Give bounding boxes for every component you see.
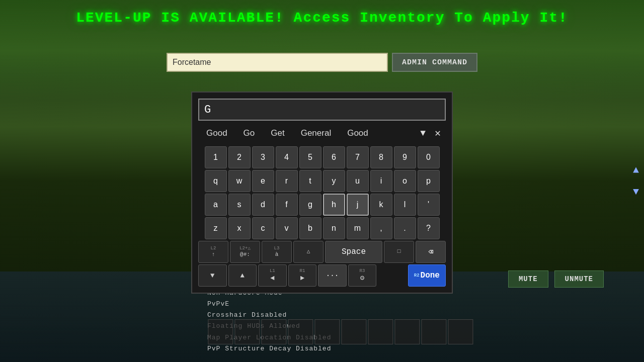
key-2[interactable]: 2 [228, 146, 251, 168]
right-nav: ▲ ▼ [633, 164, 639, 198]
zxcv-row: z x c v b n m , . ? [198, 217, 446, 239]
key-r3-gear[interactable]: R3 ⚙ [348, 264, 377, 287]
hotbar-slot-6[interactable] [341, 319, 366, 344]
nav-arrow-down[interactable]: ▼ [633, 186, 639, 198]
key-m[interactable]: m [347, 217, 369, 239]
square-symbol: □ [397, 248, 401, 255]
key-h[interactable]: h [323, 194, 345, 216]
suggestion-good-1[interactable]: Good [198, 126, 235, 140]
keyboard-modal: Good Go Get General Good ▼ ✕ 1 2 3 4 5 6… [191, 92, 453, 294]
key-a[interactable]: a [205, 194, 227, 216]
key-9[interactable]: 9 [394, 146, 416, 168]
key-f[interactable]: f [276, 194, 298, 216]
hotbar-slot-2[interactable] [234, 319, 260, 344]
hotbar-slot-10[interactable] [448, 319, 473, 344]
key-l[interactable]: l [394, 194, 416, 216]
key-t[interactable]: t [299, 170, 321, 192]
key-z[interactable]: z [205, 217, 227, 239]
keyboard-search-input[interactable] [198, 99, 446, 121]
key-v[interactable]: v [276, 217, 298, 239]
key-w[interactable]: w [228, 170, 251, 192]
hotbar-slot-1[interactable] [208, 319, 233, 344]
key-e[interactable]: e [252, 170, 274, 192]
key-triangle[interactable]: △ [293, 241, 324, 263]
triangle-symbol: △ [307, 248, 310, 255]
r3-label: R3 [360, 268, 365, 274]
nav-arrow-up[interactable]: ▲ [633, 164, 639, 176]
r2-label: R2 [414, 273, 420, 278]
key-3[interactable]: 3 [252, 146, 274, 168]
key-backspace[interactable]: ⌫ [416, 241, 446, 263]
suggestions-close-btn[interactable]: ✕ [430, 125, 446, 141]
key-nav-down[interactable]: ▼ [198, 264, 227, 287]
key-c[interactable]: c [252, 217, 274, 239]
suggestions-dropdown-btn[interactable]: ▼ [416, 126, 430, 140]
key-p[interactable]: p [418, 170, 440, 192]
key-8[interactable]: 8 [370, 146, 392, 168]
right-arrow-icon: ► [300, 274, 304, 283]
hotbar-slot-3[interactable] [261, 319, 286, 344]
key-nav-left[interactable]: L1 ◄ [258, 264, 287, 287]
key-y[interactable]: y [323, 170, 345, 192]
key-question[interactable]: ? [418, 217, 440, 239]
l2-label: L2 [211, 246, 216, 251]
key-ellipsis[interactable]: ··· [318, 264, 347, 287]
unmute-button[interactable]: UNMUTE [554, 270, 604, 288]
hotbar-slot-9[interactable] [421, 319, 446, 344]
key-o[interactable]: o [394, 170, 416, 192]
suggestion-get[interactable]: Get [263, 126, 292, 140]
server-info-line-4: PvPvE [207, 299, 331, 310]
key-comma[interactable]: , [370, 217, 392, 239]
hotbar-slot-5[interactable] [314, 319, 340, 344]
hotbar-slot-4[interactable] [288, 319, 313, 344]
special-row: L2 ↑ L2+△ @#: L3 à △ Space □ ⌫ [198, 241, 446, 263]
key-l2plus[interactable]: L2+△ @#: [230, 241, 260, 263]
down-arrow-icon: ▼ [210, 272, 214, 280]
suggestion-go[interactable]: Go [235, 126, 263, 140]
up-arrow-icon: ▲ [240, 272, 245, 280]
key-q[interactable]: q [205, 170, 227, 192]
key-r[interactable]: r [276, 170, 298, 192]
key-square[interactable]: □ [384, 241, 414, 263]
key-u[interactable]: u [347, 170, 369, 192]
nav-row: ▼ ▲ L1 ◄ R1 ► ··· R3 ⚙ R2 Done [198, 264, 446, 287]
key-4[interactable]: 4 [276, 146, 298, 168]
key-nav-up[interactable]: ▲ [228, 264, 257, 287]
key-i[interactable]: i [370, 170, 392, 192]
key-l2-shift[interactable]: L2 ↑ [198, 241, 228, 263]
key-6[interactable]: 6 [323, 146, 345, 168]
key-period[interactable]: . [394, 217, 416, 239]
key-nav-right[interactable]: R1 ► [288, 264, 317, 287]
banner-text: LEVEL-UP IS AVAILABLE! Access Inventory … [76, 10, 568, 26]
admin-command-button[interactable]: ADMIN COMMAND [392, 53, 477, 72]
asdf-row: a s d f g h j k l ' [198, 194, 446, 216]
key-s[interactable]: s [228, 194, 251, 216]
key-x[interactable]: x [228, 217, 251, 239]
suggestions-row: Good Go Get General Good ▼ ✕ [198, 125, 446, 141]
key-j[interactable]: j [347, 194, 369, 216]
key-k[interactable]: k [370, 194, 392, 216]
key-l3[interactable]: L3 à [262, 241, 292, 263]
key-n[interactable]: n [323, 217, 345, 239]
level-up-banner: LEVEL-UP IS AVAILABLE! Access Inventory … [76, 10, 568, 26]
key-apostrophe[interactable]: ' [418, 194, 440, 216]
l2-symbol: ↑ [212, 251, 215, 258]
key-g[interactable]: g [299, 194, 321, 216]
hotbar-slot-7[interactable] [368, 319, 393, 344]
mute-button[interactable]: MUTE [508, 270, 548, 288]
key-b[interactable]: b [299, 217, 321, 239]
key-done[interactable]: R2 Done [408, 264, 446, 287]
hotbar-slot-8[interactable] [394, 319, 420, 344]
qwerty-row: q w e r t y u i o p [198, 170, 446, 192]
suggestion-general[interactable]: General [293, 126, 339, 140]
l2plus-label: L2+△ [239, 246, 251, 251]
key-d[interactable]: d [252, 194, 274, 216]
suggestion-good-2[interactable]: Good [339, 126, 376, 140]
key-5[interactable]: 5 [299, 146, 321, 168]
key-1[interactable]: 1 [205, 146, 227, 168]
key-space[interactable]: Space [325, 241, 382, 263]
key-0[interactable]: 0 [418, 146, 440, 168]
number-row: 1 2 3 4 5 6 7 8 9 0 [198, 146, 446, 168]
key-7[interactable]: 7 [347, 146, 369, 168]
forcetame-input[interactable] [167, 53, 388, 72]
